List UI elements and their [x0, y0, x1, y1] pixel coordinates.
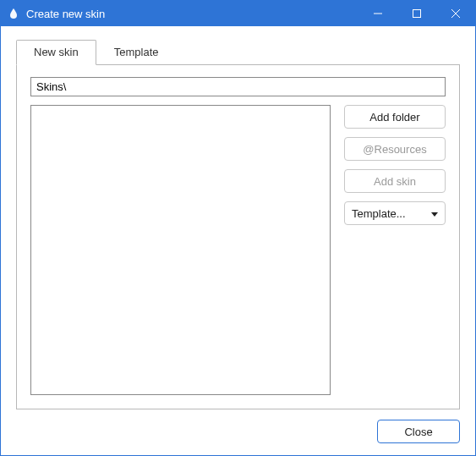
button-label: @Resources	[363, 143, 426, 156]
skin-tree[interactable]	[30, 105, 331, 395]
tab-template[interactable]: Template	[96, 40, 177, 64]
svg-marker-4	[431, 212, 438, 217]
tab-label: Template	[114, 46, 159, 58]
close-window-button[interactable]	[436, 1, 475, 26]
tab-label: New skin	[34, 46, 79, 58]
caret-down-icon	[431, 207, 438, 220]
path-input[interactable]	[30, 77, 446, 96]
button-label: Add skin	[374, 175, 416, 188]
window-controls	[358, 1, 475, 26]
template-dropdown[interactable]: Template...	[344, 201, 446, 225]
tab-strip: New skin Template	[16, 40, 460, 64]
close-button[interactable]: Close	[377, 420, 460, 443]
window-title: Create new skin	[26, 8, 358, 20]
maximize-button[interactable]	[397, 1, 436, 26]
dialog-footer: Close	[1, 409, 475, 455]
minimize-button[interactable]	[358, 1, 397, 26]
content-area: New skin Template Add folder @Resources	[1, 26, 475, 409]
tab-panel-new-skin: Add folder @Resources Add skin Template.…	[16, 64, 460, 409]
dialog-window: Create new skin New skin Template	[0, 0, 476, 456]
titlebar[interactable]: Create new skin	[1, 1, 475, 26]
tab-new-skin[interactable]: New skin	[16, 40, 96, 65]
resources-button: @Resources	[344, 137, 446, 161]
button-label: Add folder	[369, 111, 419, 124]
button-label: Template...	[352, 207, 406, 220]
raindrop-icon	[8, 8, 19, 19]
svg-line-2	[451, 9, 460, 18]
add-skin-button: Add skin	[344, 169, 446, 193]
main-row: Add folder @Resources Add skin Template.…	[30, 105, 446, 395]
add-folder-button[interactable]: Add folder	[344, 105, 446, 129]
button-label: Close	[404, 426, 432, 438]
side-button-column: Add folder @Resources Add skin Template.…	[344, 105, 446, 395]
svg-line-3	[451, 9, 460, 18]
svg-rect-1	[413, 10, 421, 18]
